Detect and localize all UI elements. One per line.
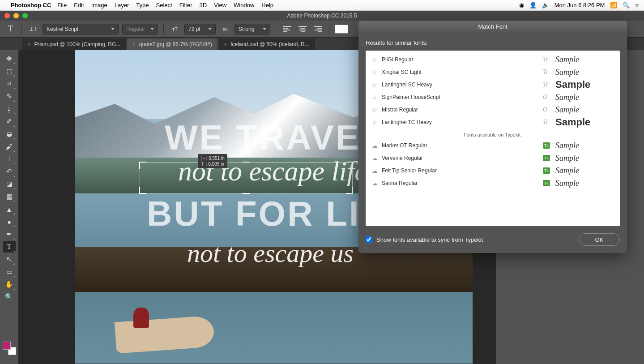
move-tool-icon[interactable]: ✥	[3, 53, 16, 64]
sync-cloud-icon[interactable]: ☁	[372, 180, 382, 187]
app-name[interactable]: Photoshop CC	[11, 2, 51, 9]
favorite-star-icon[interactable]: ☆	[372, 119, 382, 126]
text-layer[interactable]: WE TRAVEL	[165, 117, 384, 158]
text-layer[interactable]: not to escape us	[187, 238, 354, 268]
font-name: Market OT Regular	[382, 142, 543, 149]
font-style-select[interactable]: Regular	[122, 24, 158, 34]
cc-icon[interactable]: ◉	[519, 2, 524, 9]
menu-layer[interactable]: Layer	[115, 2, 129, 9]
font-result-row[interactable]: ☁Sarina RegularTkSample	[366, 177, 620, 189]
ok-button[interactable]: OK	[579, 233, 620, 246]
menu-icon[interactable]: ≡	[635, 2, 639, 9]
match-font-selection[interactable]	[140, 162, 353, 193]
wifi-icon[interactable]: 📶	[610, 2, 617, 9]
type-tool-icon[interactable]: T	[3, 241, 16, 253]
menu-image[interactable]: Image	[91, 2, 107, 9]
typekit-badge-icon: Tk	[543, 180, 550, 186]
anti-alias-select[interactable]: Strong	[235, 24, 270, 34]
document-tab[interactable]: ×quote7.jpg @ 66.7% (RGB/8#)	[127, 39, 218, 50]
favorite-star-icon[interactable]: ☆	[372, 81, 382, 88]
menu-view[interactable]: View	[214, 2, 226, 9]
sync-cloud-icon[interactable]: ☁	[372, 155, 382, 162]
sync-cloud-icon[interactable]: ☁	[372, 142, 382, 149]
font-result-row[interactable]: ☆SignPainter HouseScriptOSample	[366, 91, 620, 103]
menu-type[interactable]: Type	[136, 2, 149, 9]
datetime[interactable]: Mon Jun 6 8:26 PM	[554, 2, 605, 9]
favorite-star-icon[interactable]: ☆	[372, 69, 382, 76]
foreground-background-swatch[interactable]	[3, 342, 16, 355]
font-sample: Sample	[555, 55, 614, 64]
crop-tool-icon[interactable]: ⭳	[3, 103, 16, 115]
healing-tool-icon[interactable]: ◒	[3, 128, 16, 140]
pen-tool-icon[interactable]: ✒	[3, 228, 16, 240]
font-name: Xingkai SC Light	[382, 69, 543, 75]
hand-tool-icon[interactable]: ✋	[3, 278, 16, 290]
font-size-value: 72 pt	[188, 26, 200, 32]
align-center-icon[interactable]	[297, 23, 308, 35]
font-result-row[interactable]: ☁Verveine RegularTkSample	[366, 152, 620, 164]
stamp-tool-icon[interactable]: ⊥	[3, 153, 16, 165]
show-typekit-checkbox[interactable]	[366, 236, 372, 243]
spotlight-icon[interactable]: 🔍	[623, 2, 630, 9]
path-select-tool-icon[interactable]: ↖	[3, 253, 16, 265]
document-tab[interactable]: ×Iceland.psd @ 50% (Iceland, R...	[219, 39, 315, 50]
menu-3d[interactable]: 3D	[200, 2, 207, 9]
close-icon[interactable]: ×	[28, 42, 30, 47]
lasso-tool-icon[interactable]: ⌑	[3, 78, 16, 90]
chevron-down-icon	[208, 28, 212, 30]
blur-tool-icon[interactable]: ▲	[3, 203, 16, 215]
font-type-icon: Tr	[543, 81, 555, 88]
font-size-select[interactable]: 72 pt	[184, 24, 216, 34]
menu-help[interactable]: Help	[261, 2, 273, 9]
close-icon[interactable]: ×	[132, 42, 135, 47]
marquee-tool-icon[interactable]: ▢	[3, 65, 16, 77]
zoom-tool-icon[interactable]: 🔍	[3, 291, 16, 303]
history-brush-tool-icon[interactable]: ↶	[3, 166, 16, 177]
align-right-icon[interactable]	[312, 23, 324, 35]
menu-filter[interactable]: Filter	[179, 2, 192, 9]
sync-cloud-icon[interactable]: ☁	[372, 167, 382, 174]
rectangle-tool-icon[interactable]: ▭	[3, 266, 16, 278]
font-result-row[interactable]: ☆Lantinghei TC HeavyTrSample	[366, 116, 620, 128]
font-result-row[interactable]: ☁Market OT RegularTkSample	[366, 139, 620, 152]
favorite-star-icon[interactable]: ☆	[372, 56, 382, 63]
eyedropper-tool-icon[interactable]: ✐	[3, 116, 16, 127]
menu-window[interactable]: Window	[234, 2, 254, 9]
font-sample: Sample	[555, 154, 614, 163]
typekit-section-label: Fonts available on Typekit:	[366, 128, 620, 139]
menu-file[interactable]: File	[57, 2, 67, 9]
font-result-row[interactable]: ☆Xingkai SC LightTrSample	[366, 66, 620, 78]
close-icon[interactable]: ×	[224, 42, 227, 47]
font-result-row[interactable]: ☁Felt Tip Senior RegularTkSample	[366, 164, 620, 177]
results-label: Results for similar fonts:	[366, 39, 620, 46]
align-left-icon[interactable]	[281, 23, 293, 35]
window-close-button[interactable]	[4, 13, 10, 18]
text-orientation-icon[interactable]: ⊥T	[27, 23, 39, 35]
brush-tool-icon[interactable]: 🖌	[3, 141, 16, 152]
quick-select-tool-icon[interactable]: ✎	[3, 90, 16, 102]
favorite-star-icon[interactable]: ☆	[372, 107, 382, 113]
font-sample: Sample	[555, 79, 614, 90]
window-zoom-button[interactable]	[22, 13, 28, 18]
favorite-star-icon[interactable]: ☆	[372, 94, 382, 101]
font-style-value: Regular	[126, 26, 145, 32]
volume-icon[interactable]: 🔈	[542, 2, 549, 9]
user-icon[interactable]: 👤	[529, 2, 537, 9]
font-result-row[interactable]: ☆PilGi RegularTrSample	[366, 53, 620, 66]
font-result-row[interactable]: ☆Mistral RegularOSample	[366, 103, 620, 116]
menu-select[interactable]: Select	[156, 2, 172, 9]
eraser-tool-icon[interactable]: ◪	[3, 178, 16, 190]
type-tool-preset-icon[interactable]: T	[4, 23, 16, 35]
font-family-select[interactable]: Kestrel Script	[43, 24, 119, 34]
window-minimize-button[interactable]	[13, 13, 19, 18]
show-typekit-label[interactable]: Show fonts available to sync from Typeki…	[376, 236, 574, 243]
dodge-tool-icon[interactable]: ●	[3, 216, 16, 227]
menu-edit[interactable]: Edit	[74, 2, 84, 9]
gradient-tool-icon[interactable]: ▦	[3, 191, 16, 202]
font-result-row[interactable]: ☆Lantinghei SC HeavyTrSample	[366, 78, 620, 91]
font-name: SignPainter HouseScript	[382, 94, 543, 100]
document-tab[interactable]: ×Prism.psd @ 100% (Camping, RG...	[22, 39, 126, 50]
font-results-list[interactable]: ☆PilGi RegularTrSample ☆Xingkai SC Light…	[366, 51, 620, 226]
font-type-icon: Tr	[543, 56, 555, 63]
text-color-swatch[interactable]	[335, 25, 348, 34]
